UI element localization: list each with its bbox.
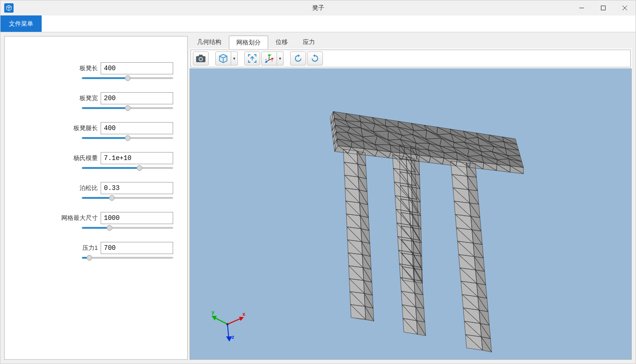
chevron-down-icon[interactable]: ▼ (277, 51, 284, 66)
param-row: 压力1 (19, 242, 173, 259)
param-input[interactable] (101, 122, 173, 134)
parameters-panel: 板凳长 板凳宽 板凳腿长 (4, 36, 188, 360)
svg-text:y: y (271, 59, 273, 62)
axis-x-label: x (242, 311, 246, 317)
minimize-button[interactable] (571, 0, 592, 15)
param-slider[interactable] (19, 107, 173, 109)
rotate-left-icon[interactable] (290, 51, 306, 66)
param-slider[interactable] (19, 227, 173, 229)
3d-viewport[interactable]: x y z (190, 68, 632, 360)
viewport-toolbar: ▼ z y (190, 50, 631, 67)
tab[interactable]: 应力 (295, 35, 322, 49)
chevron-down-icon[interactable]: ▼ (231, 51, 238, 66)
view-tabs: 几何结构网格划分位移应力 (190, 36, 632, 49)
param-slider[interactable] (19, 77, 173, 79)
param-row: 板凳长 (19, 62, 173, 79)
maximize-button[interactable] (592, 0, 614, 15)
fit-view-icon[interactable] (244, 51, 260, 66)
app-icon (4, 3, 14, 13)
param-input[interactable] (101, 242, 173, 254)
param-label: 板凳长 (80, 64, 98, 73)
param-input[interactable] (101, 182, 173, 194)
svg-marker-39 (239, 317, 244, 321)
axis-y-label: y (212, 309, 215, 315)
camera-icon[interactable] (193, 51, 209, 66)
cube-icon[interactable] (215, 51, 231, 66)
param-label: 泊松比 (80, 184, 98, 192)
tab[interactable]: 几何结构 (190, 35, 229, 49)
svg-line-38 (227, 318, 241, 324)
axes-icon[interactable]: z y x (261, 51, 277, 66)
axes-dropdown[interactable]: z y x ▼ (261, 51, 284, 66)
viewport-panel: 几何结构网格划分位移应力 ▼ (190, 36, 632, 360)
svg-text:z: z (270, 53, 271, 56)
param-row: 板凳腿长 (19, 122, 173, 139)
file-menu[interactable]: 文件菜单 (0, 15, 42, 32)
toolbar-container: ▼ z y (190, 49, 632, 68)
param-input[interactable] (101, 92, 173, 104)
param-slider[interactable] (19, 197, 173, 199)
app-window: 凳子 文件菜单 板凳长 (0, 0, 636, 364)
param-input[interactable] (101, 152, 173, 164)
menubar: 文件菜单 (0, 15, 636, 32)
svg-line-40 (214, 317, 227, 324)
svg-rect-5 (199, 55, 203, 57)
param-row: 泊松比 (19, 182, 173, 199)
cube-view-dropdown[interactable]: ▼ (215, 51, 238, 66)
param-row: 板凳宽 (19, 92, 173, 109)
param-slider[interactable] (19, 137, 173, 139)
param-label: 压力1 (82, 244, 98, 252)
titlebar: 凳子 (0, 0, 636, 15)
window-controls (571, 0, 636, 15)
svg-text:x: x (265, 58, 267, 61)
param-label: 板凳腿长 (73, 124, 98, 132)
svg-marker-18 (313, 54, 315, 57)
axis-indicator: x y z (206, 308, 249, 345)
svg-point-7 (199, 58, 202, 61)
tab[interactable]: 位移 (268, 35, 295, 49)
svg-marker-17 (298, 54, 300, 57)
rotate-right-icon[interactable] (307, 51, 323, 66)
param-slider[interactable] (19, 257, 173, 259)
tab[interactable]: 网格划分 (229, 36, 268, 49)
param-slider[interactable] (19, 167, 173, 169)
axis-z-label: z (232, 334, 234, 340)
param-row: 杨氏模量 (19, 152, 173, 169)
param-label: 杨氏模量 (73, 154, 98, 162)
window-title: 凳子 (312, 4, 324, 12)
mesh-render (190, 68, 631, 359)
content-area: 板凳长 板凳宽 板凳腿长 (0, 32, 636, 364)
param-label: 板凳宽 (80, 94, 98, 102)
svg-point-44 (227, 323, 229, 326)
param-input[interactable] (101, 62, 173, 74)
param-label: 网格最大尺寸 (61, 214, 98, 222)
svg-rect-1 (601, 6, 606, 10)
close-button[interactable] (614, 0, 636, 15)
param-row: 网格最大尺寸 (19, 212, 173, 229)
param-input[interactable] (101, 212, 173, 224)
